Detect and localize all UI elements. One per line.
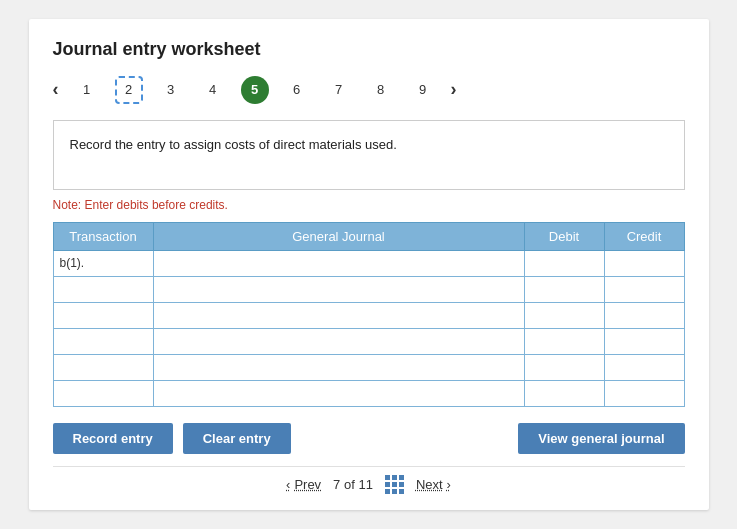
debit-cell[interactable] (524, 250, 604, 276)
nav-next-arrow[interactable]: › (451, 79, 457, 100)
debit-input[interactable] (525, 355, 604, 380)
debit-input[interactable] (525, 329, 604, 354)
debit-input[interactable] (525, 277, 604, 302)
view-general-journal-button[interactable]: View general journal (518, 423, 684, 454)
general-journal-input[interactable] (154, 381, 524, 406)
note-text: Note: Enter debits before credits. (53, 198, 685, 212)
credit-cell[interactable] (604, 250, 684, 276)
nav-row: ‹ 1 2 3 4 5 6 7 8 9 › (53, 76, 685, 104)
table-row (53, 276, 684, 302)
instruction-box: Record the entry to assign costs of dire… (53, 120, 685, 190)
prev-label: Prev (294, 477, 321, 492)
next-label: Next (416, 477, 443, 492)
general-journal-cell[interactable] (153, 250, 524, 276)
debit-cell[interactable] (524, 328, 604, 354)
clear-entry-button[interactable]: Clear entry (183, 423, 291, 454)
nav-step-3[interactable]: 3 (157, 76, 185, 104)
table-row (53, 302, 684, 328)
general-journal-input[interactable] (154, 329, 524, 354)
grid-dots (385, 475, 404, 494)
col-header-general: General Journal (153, 222, 524, 250)
table-row (53, 380, 684, 406)
general-journal-input[interactable] (154, 355, 524, 380)
transaction-cell: b(1). (53, 250, 153, 276)
page-info: 7 of 11 (333, 477, 373, 492)
general-journal-cell[interactable] (153, 276, 524, 302)
page-title: Journal entry worksheet (53, 39, 685, 60)
nav-step-4[interactable]: 4 (199, 76, 227, 104)
general-journal-input[interactable] (154, 251, 524, 276)
nav-step-5[interactable]: 5 (241, 76, 269, 104)
credit-input[interactable] (605, 251, 684, 276)
general-journal-input[interactable] (154, 303, 524, 328)
credit-input[interactable] (605, 303, 684, 328)
debit-input[interactable] (525, 303, 604, 328)
table-row (53, 354, 684, 380)
credit-input[interactable] (605, 381, 684, 406)
bottom-next-link[interactable]: Next › (416, 477, 451, 492)
debit-input[interactable] (525, 381, 604, 406)
credit-input[interactable] (605, 355, 684, 380)
debit-input[interactable] (525, 251, 604, 276)
nav-step-7[interactable]: 7 (325, 76, 353, 104)
credit-cell[interactable] (604, 302, 684, 328)
general-journal-input[interactable] (154, 277, 524, 302)
debit-cell[interactable] (524, 276, 604, 302)
bottom-prev-link[interactable]: ‹ Prev (286, 477, 321, 492)
transaction-cell (53, 354, 153, 380)
nav-step-9[interactable]: 9 (409, 76, 437, 104)
nav-step-2[interactable]: 2 (115, 76, 143, 104)
credit-input[interactable] (605, 277, 684, 302)
transaction-cell (53, 276, 153, 302)
transaction-cell (53, 302, 153, 328)
credit-cell[interactable] (604, 380, 684, 406)
credit-cell[interactable] (604, 354, 684, 380)
table-row (53, 328, 684, 354)
grid-icon[interactable] (385, 475, 404, 495)
nav-step-6[interactable]: 6 (283, 76, 311, 104)
nav-prev-arrow[interactable]: ‹ (53, 79, 59, 100)
table-row: b(1). (53, 250, 684, 276)
credit-input[interactable] (605, 329, 684, 354)
instruction-text: Record the entry to assign costs of dire… (70, 137, 397, 152)
debit-cell[interactable] (524, 354, 604, 380)
col-header-debit: Debit (524, 222, 604, 250)
general-journal-cell[interactable] (153, 302, 524, 328)
record-entry-button[interactable]: Record entry (53, 423, 173, 454)
general-journal-cell[interactable] (153, 328, 524, 354)
debit-cell[interactable] (524, 302, 604, 328)
nav-step-8[interactable]: 8 (367, 76, 395, 104)
transaction-cell (53, 328, 153, 354)
general-journal-cell[interactable] (153, 380, 524, 406)
next-arrow-icon: › (447, 477, 451, 492)
col-header-credit: Credit (604, 222, 684, 250)
general-journal-cell[interactable] (153, 354, 524, 380)
credit-cell[interactable] (604, 276, 684, 302)
prev-arrow-icon: ‹ (286, 477, 290, 492)
credit-cell[interactable] (604, 328, 684, 354)
col-header-transaction: Transaction (53, 222, 153, 250)
journal-table: Transaction General Journal Debit Credit… (53, 222, 685, 407)
debit-cell[interactable] (524, 380, 604, 406)
transaction-cell (53, 380, 153, 406)
nav-step-1[interactable]: 1 (73, 76, 101, 104)
main-container: Journal entry worksheet ‹ 1 2 3 4 5 6 7 … (29, 19, 709, 511)
bottom-nav: ‹ Prev 7 of 11 Next › (53, 466, 685, 495)
button-row: Record entry Clear entry View general jo… (53, 423, 685, 454)
